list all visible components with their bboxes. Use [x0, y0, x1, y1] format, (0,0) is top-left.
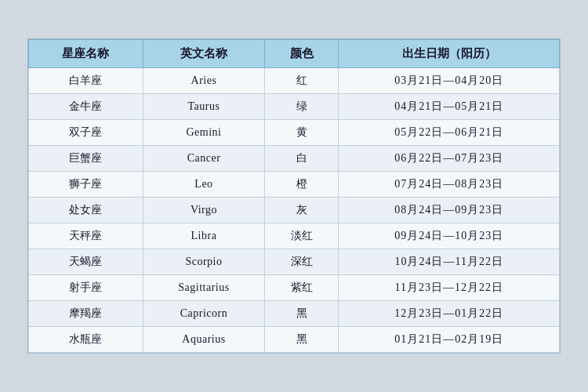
table-row: 摩羯座Capricorn黑12月23日—01月22日	[29, 301, 560, 327]
cell-dates: 12月23日—01月22日	[339, 301, 560, 327]
table-row: 狮子座Leo橙07月24日—08月23日	[29, 172, 560, 198]
header-chinese-name: 星座名称	[29, 40, 143, 68]
zodiac-table: 星座名称 英文名称 颜色 出生日期（阳历） 白羊座Aries红03月21日—04…	[28, 39, 560, 353]
cell-dates: 03月21日—04月20日	[339, 68, 560, 94]
cell-dates: 06月22日—07月23日	[339, 146, 560, 172]
cell-color: 黄	[265, 120, 339, 146]
table-header-row: 星座名称 英文名称 颜色 出生日期（阳历）	[29, 40, 560, 68]
cell-color: 紫红	[265, 275, 339, 301]
zodiac-table-container: 星座名称 英文名称 颜色 出生日期（阳历） 白羊座Aries红03月21日—04…	[27, 38, 561, 354]
cell-english-name: Leo	[143, 172, 264, 198]
table-row: 水瓶座Aquarius黑01月21日—02月19日	[29, 327, 560, 353]
cell-color: 灰	[265, 198, 339, 223]
cell-english-name: Sagittarius	[143, 275, 264, 301]
cell-chinese-name: 射手座	[29, 275, 143, 301]
header-color: 颜色	[265, 40, 339, 68]
cell-dates: 08月24日—09月23日	[339, 198, 560, 223]
cell-color: 淡红	[265, 223, 339, 249]
cell-english-name: Aries	[143, 68, 264, 94]
table-row: 处女座Virgo灰08月24日—09月23日	[29, 198, 560, 223]
cell-chinese-name: 天蝎座	[29, 249, 143, 275]
cell-chinese-name: 金牛座	[29, 94, 143, 120]
table-row: 天秤座Libra淡红09月24日—10月23日	[29, 223, 560, 249]
cell-dates: 01月21日—02月19日	[339, 327, 560, 353]
cell-chinese-name: 巨蟹座	[29, 146, 143, 172]
cell-dates: 05月22日—06月21日	[339, 120, 560, 146]
cell-english-name: Scorpio	[143, 249, 264, 275]
cell-color: 深红	[265, 249, 339, 275]
cell-color: 橙	[265, 172, 339, 198]
table-row: 巨蟹座Cancer白06月22日—07月23日	[29, 146, 560, 172]
cell-dates: 10月24日—11月22日	[339, 249, 560, 275]
cell-english-name: Aquarius	[143, 327, 264, 353]
cell-chinese-name: 双子座	[29, 120, 143, 146]
table-row: 金牛座Taurus绿04月21日—05月21日	[29, 94, 560, 120]
cell-color: 绿	[265, 94, 339, 120]
cell-dates: 04月21日—05月21日	[339, 94, 560, 120]
cell-chinese-name: 天秤座	[29, 223, 143, 249]
cell-color: 黑	[265, 327, 339, 353]
cell-chinese-name: 狮子座	[29, 172, 143, 198]
cell-english-name: Cancer	[143, 146, 264, 172]
cell-chinese-name: 白羊座	[29, 68, 143, 94]
header-dates: 出生日期（阳历）	[339, 40, 560, 68]
cell-chinese-name: 水瓶座	[29, 327, 143, 353]
cell-dates: 09月24日—10月23日	[339, 223, 560, 249]
cell-english-name: Gemini	[143, 120, 264, 146]
cell-color: 红	[265, 68, 339, 94]
cell-english-name: Taurus	[143, 94, 264, 120]
header-english-name: 英文名称	[143, 40, 264, 68]
cell-dates: 07月24日—08月23日	[339, 172, 560, 198]
table-body: 白羊座Aries红03月21日—04月20日金牛座Taurus绿04月21日—0…	[29, 68, 560, 353]
table-row: 双子座Gemini黄05月22日—06月21日	[29, 120, 560, 146]
table-row: 天蝎座Scorpio深红10月24日—11月22日	[29, 249, 560, 275]
cell-color: 白	[265, 146, 339, 172]
table-row: 射手座Sagittarius紫红11月23日—12月22日	[29, 275, 560, 301]
cell-english-name: Virgo	[143, 198, 264, 223]
cell-english-name: Capricorn	[143, 301, 264, 327]
cell-color: 黑	[265, 301, 339, 327]
cell-chinese-name: 处女座	[29, 198, 143, 223]
cell-english-name: Libra	[143, 223, 264, 249]
cell-chinese-name: 摩羯座	[29, 301, 143, 327]
table-row: 白羊座Aries红03月21日—04月20日	[29, 68, 560, 94]
cell-dates: 11月23日—12月22日	[339, 275, 560, 301]
